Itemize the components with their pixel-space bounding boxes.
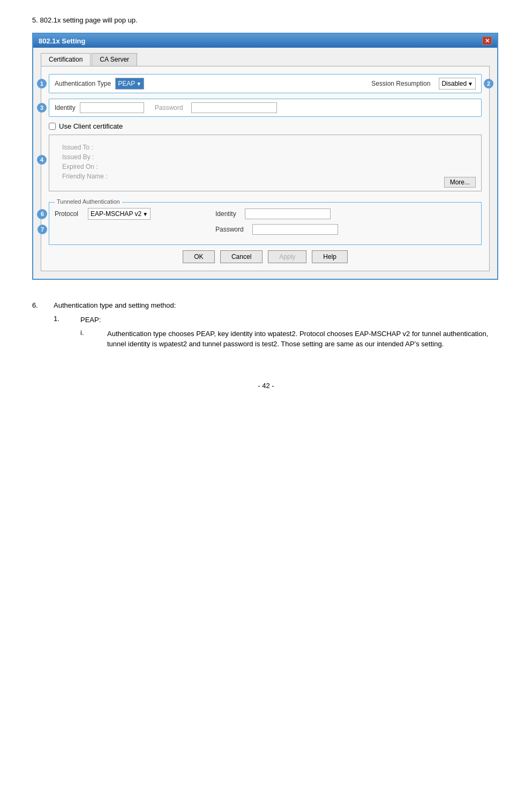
tunneled-password-input[interactable] (252, 224, 338, 235)
page-number: - 42 - (258, 382, 274, 390)
session-resumption-select[interactable]: Disabled ▼ (439, 78, 476, 90)
use-client-cert-label: Use Client certificate (59, 122, 123, 130)
issued-to: Issued To : (62, 144, 474, 151)
tunneled-legend: Tunneled Authentication (55, 198, 122, 205)
cert-section-wrapper: Use Client certificate Issued To : Issue… (49, 122, 482, 197)
tunneled-password-row: Password 7 (55, 224, 476, 235)
step6-sub1i-text: Authentication type chooses PEAP, key id… (107, 329, 500, 349)
dialog-close-button[interactable]: ✕ (482, 36, 492, 45)
tunneled-protocol-row: Protocol EAP-MSCHAP v2 ▼ Identity 6 (55, 208, 476, 220)
identity-input[interactable] (80, 102, 144, 113)
session-resumption-arrow-icon: ▼ (468, 81, 473, 87)
tunneled-section-wrapper: 5 Tunneled Authentication Protocol EAP-M… (49, 202, 482, 245)
auth-type-arrow-icon: ▼ (136, 81, 141, 87)
session-resumption-value: Disabled (441, 80, 467, 87)
tunneled-left: Protocol EAP-MSCHAP v2 ▼ (55, 208, 215, 220)
cancel-button[interactable]: Cancel (220, 250, 263, 263)
tab-certification[interactable]: Certification (41, 53, 91, 66)
badge-7: 7 (38, 225, 47, 234)
badge-2: 2 (484, 79, 493, 88)
dialog-titlebar: 802.1x Setting ✕ (33, 34, 497, 48)
auth-type-value: PEAP (118, 80, 135, 87)
tunneled-password-right: Password (215, 224, 476, 235)
step6-section: 6. Authentication type and setting metho… (32, 301, 500, 349)
dialog-title: 802.1x Setting (39, 37, 85, 45)
help-button[interactable]: Help (312, 250, 348, 263)
tunneled-right: Identity (215, 209, 476, 219)
tunneled-identity-label: Identity (215, 210, 236, 218)
tab-content: 1 Authentication Type PEAP ▼ Session Res… (41, 66, 490, 271)
step6-number: 6. (32, 301, 54, 309)
session-resumption-label: Session Resumption (371, 80, 430, 87)
tunneled-identity-input[interactable] (245, 209, 331, 219)
step5-intro: 5. 802.1x setting page will pop up. (32, 16, 500, 24)
badge-6: 6 (38, 209, 47, 219)
tab-bar: Certification CA Server (41, 53, 490, 66)
dialog-buttons: OK Cancel Apply Help (49, 250, 482, 263)
protocol-value: EAP-MSCHAP v2 (91, 210, 141, 218)
use-client-cert-row: Use Client certificate (49, 122, 482, 130)
step6-sub1i-number: i. (80, 329, 107, 349)
badge-3: 3 (37, 103, 47, 113)
password-input[interactable] (191, 102, 277, 113)
cert-info-section: Issued To : Issued By : Expired On : Fri… (49, 135, 482, 191)
auth-type-label: Authentication Type (55, 80, 111, 87)
cert-info: Issued To : Issued By : Expired On : Fri… (57, 140, 474, 185)
step6-intro: 6. Authentication type and setting metho… (32, 301, 500, 309)
row-auth-session: Authentication Type PEAP ▼ Session Resum… (49, 74, 482, 93)
protocol-label: Protocol (55, 210, 78, 218)
dialog-body: Certification CA Server 1 Authentication… (33, 48, 497, 279)
step6-sub1i: i. Authentication type chooses PEAP, key… (80, 329, 500, 349)
page-footer: - 42 - (32, 382, 500, 390)
protocol-arrow-icon: ▼ (143, 211, 148, 217)
step6-sub1: 1. PEAP: (54, 315, 500, 325)
row-identity-password: Identity Password (49, 99, 482, 117)
badge-1: 1 (37, 79, 47, 88)
tab-ca-server[interactable]: CA Server (92, 53, 137, 66)
tunneled-auth-group: Tunneled Authentication Protocol EAP-MSC… (49, 202, 482, 245)
expired-on: Expired On : (62, 163, 474, 170)
dialog-802-1x: 802.1x Setting ✕ Certification CA Server… (32, 33, 498, 280)
more-button[interactable]: More... (444, 177, 476, 188)
step6-sub1-title: PEAP: (80, 315, 101, 325)
password-label: Password (155, 104, 183, 111)
issued-by: Issued By : (62, 153, 474, 161)
badge-4: 4 (37, 155, 47, 165)
auth-type-select[interactable]: PEAP ▼ (115, 78, 144, 90)
protocol-select[interactable]: EAP-MSCHAP v2 ▼ (88, 208, 151, 220)
friendly-name: Friendly Name : (62, 173, 474, 180)
identity-label: Identity (55, 104, 76, 111)
tunneled-password-label: Password (215, 226, 244, 233)
ok-button[interactable]: OK (183, 250, 215, 263)
step6-sub1-number: 1. (54, 315, 80, 325)
step6-text: Authentication type and setting method: (54, 301, 176, 309)
apply-button[interactable]: Apply (268, 250, 306, 263)
use-client-cert-checkbox[interactable] (49, 123, 56, 130)
